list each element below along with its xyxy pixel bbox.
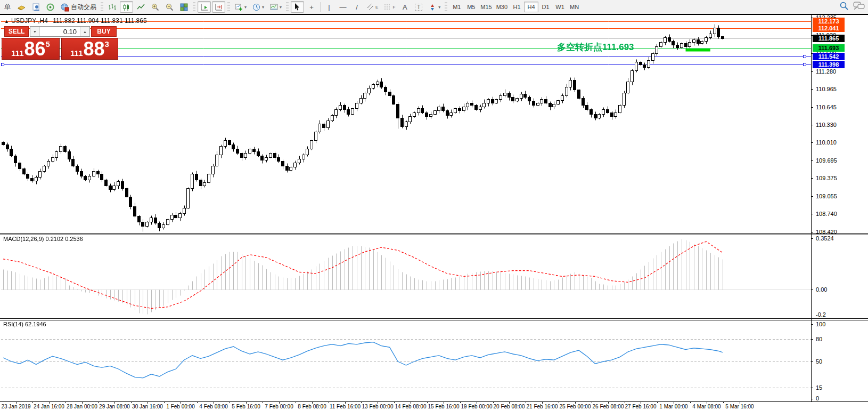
cursor-tool[interactable] bbox=[291, 1, 304, 13]
toolbar-grip bbox=[227, 2, 230, 12]
time-label: 1 Mar 00:00 bbox=[659, 404, 687, 409]
new-order-button[interactable]: 单 bbox=[1, 1, 14, 13]
zoom-out-icon[interactable] bbox=[163, 1, 176, 13]
profile-icon[interactable] bbox=[29, 1, 43, 13]
macd-tick-label: 0.3524 bbox=[816, 235, 834, 242]
price-scale[interactable]: 112.235111.920111.600111.280110.965110.6… bbox=[812, 15, 868, 401]
news-icon[interactable] bbox=[44, 1, 57, 13]
volume-input[interactable]: 0.10 bbox=[40, 27, 80, 36]
timeframe-H1[interactable]: H1 bbox=[510, 2, 524, 12]
market-watch-icon[interactable] bbox=[15, 1, 28, 13]
time-label: 23 Jan 2019 bbox=[1, 404, 30, 409]
templates-button[interactable]: ▾ bbox=[267, 1, 284, 13]
macd-tick-label: -0.2 bbox=[816, 311, 826, 318]
buy-button[interactable]: BUY bbox=[91, 26, 117, 37]
rsi-label: RSI(14) 62.1946 bbox=[3, 321, 46, 327]
line-chart-mode-icon[interactable] bbox=[134, 1, 148, 13]
trendline-tool[interactable]: / bbox=[350, 1, 363, 13]
time-tick-mark bbox=[164, 402, 165, 403]
rsi-tick-label: 15 bbox=[816, 384, 822, 391]
rsi-tick-mark bbox=[811, 361, 813, 362]
time-label: 25 Feb 00:00 bbox=[560, 404, 591, 409]
time-label: 28 Jan 00:00 bbox=[67, 404, 97, 409]
chevron-down-icon: ▾ bbox=[280, 5, 282, 10]
cursor-arrow-icon bbox=[293, 3, 302, 12]
text-label-tool[interactable]: T bbox=[412, 1, 425, 13]
text-icon: A bbox=[403, 4, 407, 11]
new-chart-icon bbox=[234, 3, 243, 12]
timeframe-H4[interactable]: H4 bbox=[524, 2, 538, 12]
panel-separator[interactable] bbox=[0, 233, 868, 234]
horizontal-line-tool[interactable]: — bbox=[337, 1, 349, 13]
toolbar-grip bbox=[193, 2, 195, 12]
time-label: 21 Feb 16:00 bbox=[527, 404, 558, 409]
timeframe-MN[interactable]: MN bbox=[567, 2, 582, 12]
arrows-tool[interactable]: ▾ bbox=[426, 1, 443, 13]
panel-separator[interactable] bbox=[0, 320, 868, 320]
tile-windows-icon[interactable] bbox=[177, 1, 191, 13]
periods-button[interactable]: ▾ bbox=[250, 1, 266, 13]
chart-shift-icon[interactable] bbox=[212, 1, 225, 13]
fibonacci-icon bbox=[383, 3, 392, 12]
macd-canvas[interactable] bbox=[1, 235, 811, 318]
collapse-icon[interactable]: ▲ bbox=[4, 19, 9, 24]
chat-icon[interactable] bbox=[853, 1, 865, 11]
vertical-line-tool[interactable]: | bbox=[323, 1, 335, 13]
price-marker-111.542[interactable]: 111.542 bbox=[813, 53, 845, 60]
timeframe-M1[interactable]: M1 bbox=[449, 2, 464, 12]
price-marker-111.398[interactable]: 111.398 bbox=[813, 61, 845, 68]
toolbar-right-group bbox=[839, 1, 865, 11]
panel-separator[interactable] bbox=[0, 318, 868, 319]
sell-quote-button[interactable]: 111 86 5 bbox=[2, 38, 60, 60]
time-label: 8 Feb 08:00 bbox=[298, 404, 326, 409]
time-label: 15 Feb 16:00 bbox=[428, 404, 460, 409]
chart-annotation[interactable]: 多空转折点111.693 bbox=[557, 41, 634, 53]
mt4-window: 单 自动交易 bbox=[0, 0, 868, 410]
time-tick-mark bbox=[394, 402, 395, 403]
price-marker-111.865[interactable]: 111.865 bbox=[813, 35, 845, 42]
price-tick-mark bbox=[811, 196, 813, 197]
volume-decrease-button[interactable]: ▼ bbox=[30, 27, 40, 36]
time-tick-mark bbox=[131, 402, 132, 403]
timeframe-D1[interactable]: D1 bbox=[538, 2, 553, 12]
candlestick-mode-icon[interactable] bbox=[120, 1, 133, 13]
time-tick-mark bbox=[493, 402, 494, 403]
rsi-canvas[interactable] bbox=[1, 320, 811, 401]
search-icon[interactable] bbox=[839, 1, 849, 11]
crosshair-tool[interactable]: + bbox=[305, 1, 318, 13]
price-marker-112.173[interactable]: 112.173 bbox=[813, 18, 845, 25]
buy-quote-button[interactable]: 111 88 3 bbox=[61, 38, 118, 60]
time-axis[interactable]: 23 Jan 201924 Jan 16:0028 Jan 00:0029 Ja… bbox=[0, 401, 868, 410]
time-label: 24 Jan 16:00 bbox=[34, 404, 64, 409]
green-swirl-icon bbox=[46, 3, 55, 12]
autotrading-button[interactable]: 自动交易 bbox=[58, 1, 99, 13]
price-tick-label: 109.375 bbox=[816, 175, 837, 181]
horizontal-line-icon: — bbox=[340, 4, 347, 11]
price-tick-label: 108.420 bbox=[816, 229, 837, 235]
timeframe-M5[interactable]: M5 bbox=[464, 2, 478, 12]
sell-button[interactable]: SELL bbox=[4, 26, 29, 37]
timeframe-M15[interactable]: M15 bbox=[478, 2, 494, 12]
timeframe-M30[interactable]: M30 bbox=[494, 2, 510, 12]
new-chart-button[interactable]: ▾ bbox=[232, 1, 249, 13]
time-tick-mark bbox=[559, 402, 559, 403]
timeframe-bar: M1M5M15M30H1H4D1W1MN bbox=[449, 2, 582, 12]
equidistant-channel-tool[interactable]: E bbox=[364, 1, 380, 13]
macd-tick-mark bbox=[811, 290, 813, 290]
price-chart-canvas[interactable] bbox=[1, 15, 811, 233]
tiles-icon bbox=[179, 3, 189, 12]
candlestick-icon bbox=[122, 3, 131, 12]
auto-scroll-icon[interactable] bbox=[198, 1, 211, 13]
text-tool[interactable]: A bbox=[398, 1, 411, 13]
bar-chart-mode-icon[interactable] bbox=[105, 1, 119, 13]
volume-increase-button[interactable]: ▲ bbox=[80, 27, 89, 36]
price-marker-111.693[interactable]: 111.693 bbox=[813, 44, 845, 52]
timeframe-W1[interactable]: W1 bbox=[553, 2, 567, 12]
fibonacci-tool[interactable]: F bbox=[381, 1, 397, 13]
time-label: 19 Feb 00:00 bbox=[461, 404, 493, 409]
time-label: 11 Feb 16:00 bbox=[330, 404, 361, 409]
price-tick-mark bbox=[811, 107, 813, 108]
panel-separator[interactable] bbox=[0, 235, 868, 235]
zoom-in-icon[interactable] bbox=[149, 1, 162, 13]
price-marker-112.041[interactable]: 112.041 bbox=[813, 25, 845, 32]
